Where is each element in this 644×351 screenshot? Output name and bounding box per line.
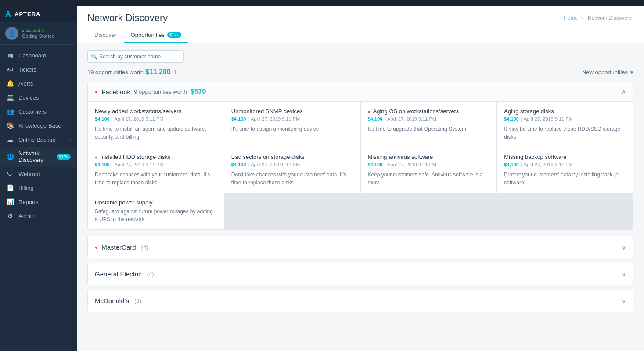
new-opps-label: New opportunities (582, 69, 628, 75)
sidebar-item-admin[interactable]: ⚙Admin (0, 209, 77, 223)
opp-card-title-installed-hdd: ●Installed HDD storage disks (95, 154, 217, 160)
tab-discover[interactable]: Discover (87, 28, 124, 43)
sidebar-item-label: Alerts (18, 80, 33, 87)
breadcrumb: Home › Network Discovery (564, 15, 633, 21)
sidebar-item-label: Reports (18, 199, 39, 205)
new-opportunities-button[interactable]: New opportunities ▾ (582, 69, 633, 75)
getting-started-link[interactable]: Getting Started (22, 33, 54, 39)
collapse-facebook-icon[interactable]: ∧ (622, 88, 626, 95)
breadcrumb-sep: › (581, 15, 584, 21)
opp-card-title-unstable-power: Unstable power supply (95, 199, 217, 206)
sidebar-item-online-backup[interactable]: ☁Online Backup‹ (0, 133, 77, 147)
sidebar-item-billing[interactable]: 📄Billing (0, 181, 77, 195)
opp-date-bad-sectors: April 27, 2019 9:11 PM (251, 162, 300, 167)
sidebar-item-label: Online Backup (18, 136, 56, 143)
opp-card-title-newly-added: Newly added workstations/servers (95, 108, 217, 115)
opp-card-newly-added[interactable]: Newly added workstations/servers $4,100 … (88, 102, 224, 147)
opp-grid-facebook: Newly added workstations/servers $4,100 … (88, 101, 633, 229)
opp-card-meta-installed-hdd: $4,100 | April 27, 2019 9:11 PM (95, 162, 217, 167)
opp-card-title-missing-backup: Missing backup software (504, 154, 626, 160)
mastercard-name: MasterCard (101, 244, 136, 251)
reports-icon: 📊 (6, 198, 14, 205)
opp-amount-aging-os: $4,100 (368, 116, 383, 122)
tab-label-opportunities: Opportunities (131, 32, 165, 38)
opp-title-missing-antivirus: Missing antivirus software (368, 154, 433, 160)
tab-opportunities[interactable]: Opportunities$12k (124, 28, 188, 43)
admin-icon: ⚙ (6, 212, 14, 219)
chevron-down-icon: ▾ (630, 69, 633, 75)
summary-text: 19 opportunities worth (87, 69, 144, 75)
sidebar-item-devices[interactable]: 💻Devices (0, 90, 77, 104)
opp-date-newly-added: April 27, 2019 9:11 PM (115, 116, 164, 122)
search-input[interactable] (87, 50, 184, 63)
opp-card-missing-backup[interactable]: Missing backup software $4,100 | April 2… (497, 147, 633, 193)
opp-title-missing-backup: Missing backup software (504, 154, 566, 160)
breadcrumb-home[interactable]: Home (564, 15, 578, 21)
opp-amount-newly-added: $4,100 (95, 116, 110, 122)
sidebar-item-customers[interactable]: 👥Customers (0, 104, 77, 118)
sidebar-item-dashboard[interactable]: ▦Dashboard (0, 48, 77, 62)
opp-card-unmonitored-snmp[interactable]: Unmonitored SNMP devices $4,100 | April … (224, 102, 360, 147)
opp-date-installed-hdd: April 27, 2019 9:11 PM (115, 162, 164, 167)
opp-sep-missing-antivirus: | (384, 162, 385, 167)
page-title: Network Discovery (87, 12, 168, 24)
opp-card-title-aging-storage: Aging storage disks (504, 108, 626, 115)
opp-title-bad-sectors: Bad sectors on storage disks (231, 154, 305, 160)
sidebar-item-label: Network Discovery (18, 150, 51, 163)
sidebar-item-knowledge-base[interactable]: 📚Knowledge Base (0, 118, 77, 133)
customer-header-mcdonalds[interactable]: McDonald's (3) ∨ (88, 290, 633, 312)
user-status: Available (22, 28, 54, 33)
opp-card-unstable-power[interactable]: Unstable power supply Safeguard against … (88, 193, 224, 229)
sidebar-item-reports[interactable]: 📊Reports (0, 195, 77, 209)
webroot-icon: 🛡 (6, 170, 14, 177)
opp-title-installed-hdd: Installed HDD storage disks (100, 154, 170, 160)
opp-card-bad-sectors[interactable]: Bad sectors on storage disks $4,100 | Ap… (224, 147, 360, 193)
opp-card-title-bad-sectors: Bad sectors on storage disks (231, 154, 353, 160)
expand-ge-icon[interactable]: ∨ (622, 271, 626, 278)
opp-card-aging-os[interactable]: ●Aging OS on workstations/servers $4,100… (361, 102, 497, 147)
content-area: 🔍 19 opportunities worth $11,200 ℹ New o… (77, 43, 644, 351)
sidebar-item-webroot[interactable]: 🛡Webroot (0, 167, 77, 181)
opp-sep-newly-added: | (112, 116, 113, 122)
billing-icon: 📄 (6, 184, 14, 191)
customer-section-mcdonalds: McDonald's (3) ∨ (87, 290, 633, 312)
opp-amount-missing-antivirus: $4,100 (368, 162, 383, 167)
opp-amount-aging-storage: $4,100 (504, 116, 519, 122)
opp-dot-aging-os: ● (368, 109, 371, 114)
customers-icon: 👥 (6, 108, 14, 115)
info-icon[interactable]: ℹ (174, 69, 176, 75)
opp-card-desc-missing-antivirus: Keep your customers safe. Antivirus soft… (368, 171, 490, 186)
sidebar-nav: ▦Dashboard🏷Tickets🔔Alerts💻Devices👥Custom… (0, 45, 77, 351)
sidebar-item-label: Admin (18, 213, 35, 219)
opp-title-unstable-power: Unstable power supply (95, 199, 153, 206)
opp-card-desc-aging-os: It's time to upgrade that Operating Syst… (368, 125, 490, 133)
opp-card-missing-antivirus[interactable]: Missing antivirus software $4,100 | Apri… (361, 147, 497, 193)
main-header: Network Discovery Home › Network Discove… (77, 6, 644, 43)
sidebar-badge-network-discovery: $12k (57, 154, 71, 160)
opp-card-title-missing-antivirus: Missing antivirus software (368, 154, 490, 160)
opp-amount-missing-backup: $4,100 (504, 162, 519, 167)
expand-mcdonalds-icon[interactable]: ∨ (622, 297, 626, 304)
sidebar-item-network-discovery[interactable]: 🌐Network Discovery$12k (0, 147, 77, 167)
expand-mastercard-icon[interactable]: ∨ (622, 244, 626, 251)
opp-card-meta-newly-added: $4,100 | April 27, 2019 9:11 PM (95, 116, 217, 122)
avatar: 👤 (5, 27, 18, 40)
main-content: Network Discovery Home › Network Discove… (77, 6, 644, 351)
opp-date-missing-backup: April 27, 2019 9:11 PM (524, 162, 573, 167)
customer-header-mastercard[interactable]: ● MasterCard (4) ∨ (88, 236, 633, 258)
breadcrumb-current: Network Discovery (588, 15, 632, 21)
opp-card-aging-storage[interactable]: Aging storage disks $4,100 | April 27, 2… (497, 102, 633, 147)
opp-card-meta-unmonitored-snmp: $4,100 | April 27, 2019 9:11 PM (231, 116, 353, 122)
opp-date-unmonitored-snmp: April 27, 2019 9:11 PM (251, 116, 300, 122)
summary-row: 19 opportunities worth $11,200 ℹ New opp… (87, 68, 633, 76)
tab-label-discover: Discover (94, 32, 117, 38)
sidebar-item-alerts[interactable]: 🔔Alerts (0, 76, 77, 90)
opp-date-aging-os: April 27, 2019 9:11 PM (387, 116, 436, 122)
tickets-icon: 🏷 (6, 66, 14, 73)
customer-section-ge: General Electric (4) ∨ (87, 263, 633, 285)
sidebar-item-tickets[interactable]: 🏷Tickets (0, 62, 77, 76)
mastercard-dot: ● (95, 244, 98, 251)
opp-card-installed-hdd[interactable]: ●Installed HDD storage disks $4,100 | Ap… (88, 147, 224, 193)
logo-icon: A (5, 10, 11, 19)
customer-header-ge[interactable]: General Electric (4) ∨ (88, 263, 633, 285)
